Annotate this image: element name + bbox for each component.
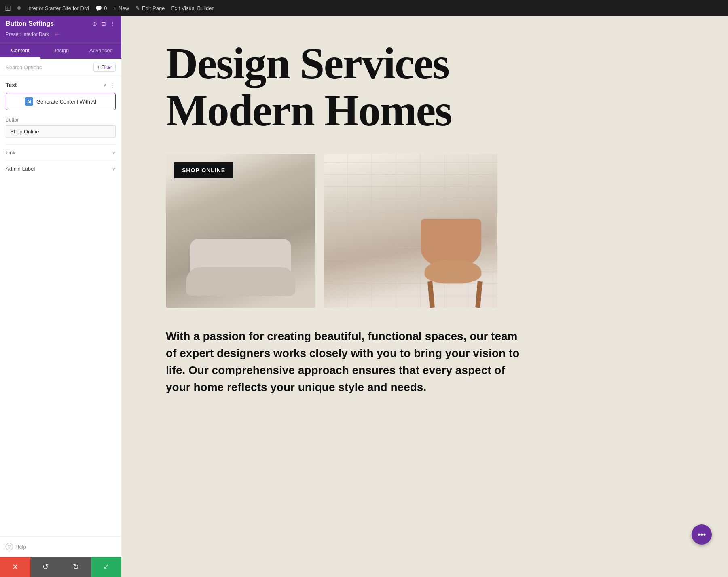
gallery-image-left: SHOP ONLINE: [166, 154, 315, 308]
button-text-input[interactable]: [6, 125, 116, 138]
sofa-body: [186, 267, 295, 296]
comments-link[interactable]: 💬 0: [95, 5, 107, 11]
chair-leg-right: [475, 281, 483, 308]
tab-advanced[interactable]: Advanced: [81, 43, 121, 59]
tab-content[interactable]: Content: [0, 43, 40, 59]
left-panel: Button Settings ⊙ ⊟ ⋮ Preset: Interior D…: [0, 16, 121, 577]
ai-icon: AI: [25, 97, 33, 106]
preset-line: Preset: Interior Dark ←: [6, 29, 116, 40]
help-section[interactable]: ? Help: [0, 536, 121, 557]
text-section-title: Text: [6, 82, 17, 88]
image-gallery: SHOP ONLINE: [166, 154, 696, 308]
search-bar: Search Options + Filter: [0, 59, 121, 76]
new-link[interactable]: + New: [113, 5, 129, 11]
ai-button-label: Generate Content With AI: [36, 99, 96, 105]
link-section-header[interactable]: Link ∨: [6, 150, 116, 156]
more-icon[interactable]: ⋮: [110, 82, 116, 88]
arrow-indicator: ←: [53, 29, 62, 40]
wp-logo-icon: ⊞: [5, 4, 11, 13]
fab-button[interactable]: •••: [692, 524, 712, 545]
sofa-visual: [178, 231, 303, 296]
gallery-image-right: [324, 154, 497, 308]
preset-text: Preset: Interior Dark: [6, 32, 49, 37]
tab-design[interactable]: Design: [40, 43, 81, 59]
content-area: Design Services Modern Homes SHOP ONLINE: [121, 16, 728, 577]
redo-button[interactable]: ↻: [61, 557, 91, 577]
help-icon: ?: [6, 543, 13, 550]
edit-page-link[interactable]: ✎ Edit Page: [135, 5, 165, 11]
save-button[interactable]: ✓: [91, 557, 121, 577]
page-description: With a passion for creating beautiful, f…: [166, 328, 530, 396]
collapse-icon[interactable]: ∧: [103, 82, 107, 88]
panel-header-icons: ⊙ ⊟ ⋮: [92, 21, 116, 27]
wp-admin-bar: ⊞ Interior Starter Site for Divi 💬 0 + N…: [0, 0, 728, 16]
close-button[interactable]: ✕: [0, 557, 30, 577]
panel-icon-dots[interactable]: ⋮: [110, 21, 116, 27]
panel-icon-circle[interactable]: ⊙: [92, 21, 97, 27]
headline-line1: Design Services: [166, 40, 696, 87]
ai-generate-button[interactable]: AI Generate Content With AI: [6, 93, 116, 110]
chair-leg-left: [427, 281, 435, 308]
panel-tabs: Content Design Advanced: [0, 43, 121, 59]
admin-label-header[interactable]: Admin Label ∨: [6, 166, 116, 172]
link-collapse-arrow: ∨: [112, 150, 116, 156]
panel-icon-columns[interactable]: ⊟: [101, 21, 106, 27]
page-headline: Design Services Modern Homes: [166, 40, 696, 134]
section-icons: ∧ ⋮: [103, 82, 116, 88]
site-name-link[interactable]: Interior Starter Site for Divi: [27, 5, 89, 11]
panel-header-top: Button Settings ⊙ ⊟ ⋮: [6, 20, 116, 27]
button-field-group: Button: [6, 117, 116, 138]
help-label: Help: [15, 544, 26, 550]
search-placeholder[interactable]: Search Options: [6, 64, 42, 70]
panel-content: Text ∧ ⋮ AI Generate Content With AI But…: [0, 76, 121, 536]
chair-visual: [417, 194, 497, 308]
bottom-bar: ✕ ↺ ↻ ✓: [0, 557, 121, 577]
page-content: Design Services Modern Homes SHOP ONLINE: [121, 16, 728, 577]
chair-seat: [424, 260, 482, 283]
main-layout: Button Settings ⊙ ⊟ ⋮ Preset: Interior D…: [0, 16, 728, 577]
button-field-label: Button: [6, 117, 116, 123]
panel-header: Button Settings ⊙ ⊟ ⋮ Preset: Interior D…: [0, 16, 121, 43]
panel-title: Button Settings: [6, 20, 54, 27]
undo-button[interactable]: ↺: [30, 557, 61, 577]
dot-1: [17, 6, 21, 10]
filter-button[interactable]: + Filter: [93, 63, 116, 72]
window-dots: [17, 6, 21, 10]
text-section-header: Text ∧ ⋮: [6, 82, 116, 88]
exit-builder-link[interactable]: Exit Visual Builder: [171, 5, 214, 11]
admin-label-arrow: ∨: [112, 166, 116, 172]
link-section: Link ∨: [6, 144, 116, 161]
admin-label-section: Admin Label ∨: [6, 161, 116, 177]
headline-line2: Modern Homes: [166, 87, 696, 134]
admin-label-title: Admin Label: [6, 166, 35, 172]
link-section-title: Link: [6, 150, 15, 156]
shop-online-button[interactable]: SHOP ONLINE: [174, 162, 233, 178]
